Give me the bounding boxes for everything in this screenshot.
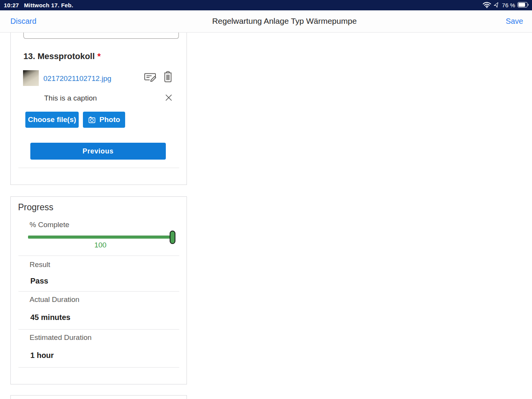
divider bbox=[18, 256, 179, 256]
attachment-caption: This is a caption bbox=[44, 94, 97, 102]
trash-icon bbox=[163, 78, 173, 84]
percent-complete-label: % Complete bbox=[30, 221, 69, 229]
progress-card-title: Progress bbox=[18, 202, 53, 213]
delete-attachment-button[interactable] bbox=[163, 71, 173, 84]
estimated-duration-field-value[interactable]: 1 hour bbox=[30, 351, 54, 360]
divider bbox=[18, 291, 179, 292]
page-title: Regelwartung Anlage Typ Wärmepumpe bbox=[212, 16, 357, 26]
battery-percent-label: 76 % bbox=[502, 2, 515, 8]
progress-card: Progress % Complete 100 Result Pass Actu… bbox=[10, 196, 187, 384]
percent-complete-slider[interactable] bbox=[28, 235, 173, 239]
camera-icon bbox=[88, 116, 96, 124]
photo-button-label: Photo bbox=[99, 115, 120, 124]
required-marker: * bbox=[97, 51, 101, 61]
edit-note-icon bbox=[144, 78, 157, 84]
attachment-filename-link[interactable]: 02172021102712.jpg bbox=[43, 74, 111, 83]
edit-caption-button[interactable] bbox=[144, 72, 157, 84]
actual-duration-field-value[interactable]: 45 minutes bbox=[30, 313, 70, 322]
close-icon bbox=[165, 97, 173, 103]
status-date: Mittwoch 17. Feb. bbox=[24, 2, 73, 8]
text-input-partial[interactable] bbox=[23, 33, 179, 39]
next-card-partial bbox=[10, 395, 187, 399]
percent-complete-value: 100 bbox=[28, 241, 173, 249]
attachment-thumbnail[interactable] bbox=[23, 70, 39, 86]
divider bbox=[18, 367, 179, 368]
status-bar: 10:27 Mittwoch 17. Feb. 76 % bbox=[0, 0, 532, 10]
divider bbox=[18, 329, 179, 330]
actual-duration-field-label: Actual Duration bbox=[30, 295, 79, 304]
app-window: 10:27 Mittwoch 17. Feb. 76 % bbox=[0, 0, 532, 399]
section-heading: 13. Messprotokoll* bbox=[23, 51, 101, 61]
save-button[interactable]: Save bbox=[506, 17, 523, 26]
divider bbox=[18, 168, 179, 168]
slider-track[interactable] bbox=[28, 236, 173, 239]
remove-caption-button[interactable] bbox=[165, 94, 173, 103]
discard-button[interactable]: Discard bbox=[10, 17, 36, 26]
section-heading-text: 13. Messprotokoll bbox=[23, 51, 95, 61]
previous-button[interactable]: Previous bbox=[30, 143, 166, 160]
battery-icon bbox=[517, 2, 529, 9]
result-field-label: Result bbox=[30, 261, 50, 269]
estimated-duration-field-label: Estimated Duration bbox=[30, 333, 92, 342]
result-field-value[interactable]: Pass bbox=[30, 277, 48, 285]
wifi-icon bbox=[482, 2, 491, 9]
choose-files-button[interactable]: Choose file(s) bbox=[25, 112, 79, 128]
location-arrow-icon bbox=[494, 2, 500, 9]
nav-bar: Discard Regelwartung Anlage Typ Wärmepum… bbox=[0, 10, 532, 33]
status-time: 10:27 bbox=[4, 2, 19, 8]
messprotokoll-card: 13. Messprotokoll* 02172021102712.jpg bbox=[10, 33, 187, 185]
photo-button[interactable]: Photo bbox=[83, 112, 125, 128]
